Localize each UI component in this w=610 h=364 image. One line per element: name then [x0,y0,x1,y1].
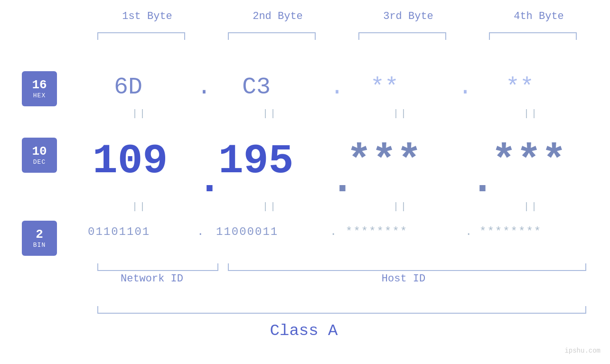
hex-base-number: 16 [32,78,47,92]
bin-byte4: ******** [479,225,542,238]
bin-byte2: 11000011 [216,225,278,238]
hex-byte3: ** [370,74,399,101]
watermark: ipshu.com [564,347,601,355]
bin-dot1: . [197,225,204,238]
equals-dec-3: || [393,201,408,212]
hex-byte1: 6D [114,74,142,101]
hex-dot2: . [330,74,344,101]
host-id-label: Host ID [361,273,446,285]
hex-base-label: HEX [33,92,46,99]
dec-byte2: 195 [218,138,293,185]
byte4-header: 4th Byte [491,10,586,22]
equals-hex-1: || [132,108,147,119]
hex-byte4: ** [506,74,534,101]
equals-dec-1: || [132,201,147,212]
byte2-header: 2nd Byte [230,10,325,22]
class-label: Class A [237,322,370,340]
equals-hex-4: || [524,108,539,119]
bin-dot2: . [330,225,337,238]
host-id-bracket [228,263,586,271]
bin-byte1: 01101101 [88,225,150,238]
hex-dot3: . [458,74,472,101]
bin-base-label: BIN [33,242,46,249]
page-layout: 1st Byte 2nd Byte 3rd Byte 4th Byte 16 H… [0,0,610,364]
dec-byte1: 109 [93,138,168,185]
equals-hex-3: || [393,108,408,119]
network-id-bracket [97,263,218,271]
dec-base-number: 10 [32,145,47,159]
bracket-byte3 [358,32,446,40]
dec-badge: 10 DEC [22,138,57,173]
network-id-label: Network ID [109,273,195,285]
class-bracket [97,306,586,314]
bracket-byte1 [97,32,185,40]
bin-badge: 2 BIN [22,221,57,256]
equals-hex-2: || [263,108,278,119]
hex-byte2: C3 [242,74,271,101]
byte1-header: 1st Byte [100,10,195,22]
byte3-header: 3rd Byte [361,10,456,22]
bracket-byte2 [228,32,316,40]
hex-badge: 16 HEX [22,71,57,106]
bin-base-number: 2 [36,228,43,242]
bracket-byte4 [489,32,577,40]
bin-dot3: . [465,225,472,238]
equals-dec-2: || [263,201,278,212]
bin-byte3: ******** [346,225,408,238]
dec-byte3: *** [347,138,422,185]
dec-byte4: *** [491,138,566,185]
dec-base-label: DEC [33,159,46,166]
hex-dot1: . [197,74,211,101]
equals-dec-4: || [524,201,539,212]
